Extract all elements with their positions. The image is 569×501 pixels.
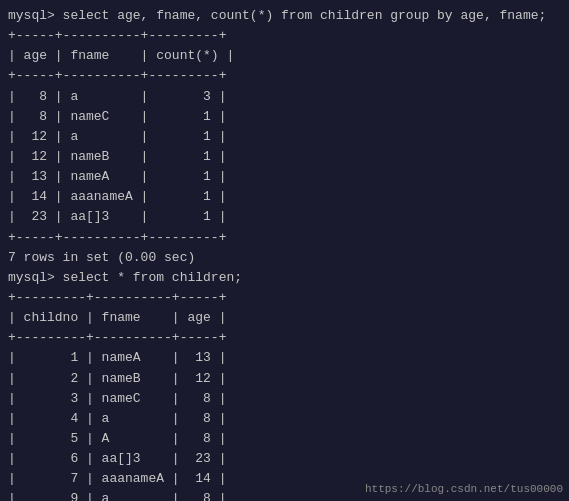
terminal-line: | 14 | aaanameA | 1 |	[8, 187, 561, 207]
terminal-line: | 1 | nameA | 13 |	[8, 348, 561, 368]
terminal-line: mysql> select age, fname, count(*) from …	[8, 6, 561, 26]
terminal-line: +-----+----------+---------+	[8, 228, 561, 248]
terminal-line: | 8 | nameC | 1 |	[8, 107, 561, 127]
terminal-line: 7 rows in set (0.00 sec)	[8, 248, 561, 268]
terminal-line: mysql> select * from children;	[8, 268, 561, 288]
terminal-line: | 23 | aa[]3 | 1 |	[8, 207, 561, 227]
terminal-line: +---------+----------+-----+	[8, 328, 561, 348]
terminal-line: +-----+----------+---------+	[8, 66, 561, 86]
terminal-line: | 13 | nameA | 1 |	[8, 167, 561, 187]
terminal-line: | 8 | a | 3 |	[8, 87, 561, 107]
terminal-line: | childno | fname | age |	[8, 308, 561, 328]
terminal-line: +-----+----------+---------+	[8, 26, 561, 46]
terminal-output: mysql> select age, fname, count(*) from …	[8, 6, 561, 501]
terminal-line: | 4 | a | 8 |	[8, 409, 561, 429]
terminal-line: +---------+----------+-----+	[8, 288, 561, 308]
terminal-line: | age | fname | count(*) |	[8, 46, 561, 66]
terminal-line: | 6 | aa[]3 | 23 |	[8, 449, 561, 469]
terminal-line: | 5 | A | 8 |	[8, 429, 561, 449]
terminal-line: | 3 | nameC | 8 |	[8, 389, 561, 409]
watermark: https://blog.csdn.net/tus00000	[365, 483, 563, 495]
terminal-line: | 12 | a | 1 |	[8, 127, 561, 147]
terminal-line: | 2 | nameB | 12 |	[8, 369, 561, 389]
terminal-line: | 12 | nameB | 1 |	[8, 147, 561, 167]
